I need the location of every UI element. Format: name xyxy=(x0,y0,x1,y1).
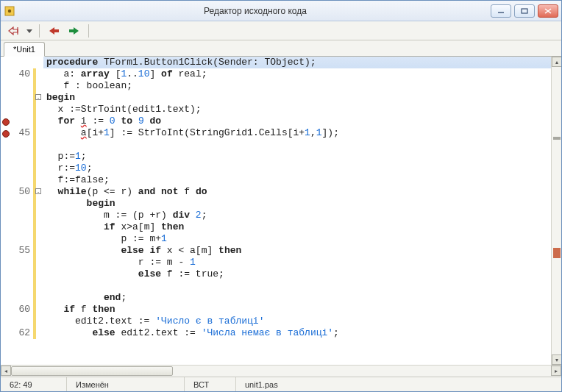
code-line[interactable]: if x>a[m] then xyxy=(43,221,551,233)
code-line[interactable]: f : boolean; xyxy=(43,80,551,92)
forward-button[interactable] xyxy=(66,24,82,38)
status-cursor-pos: 62: 49 xyxy=(1,377,67,391)
tab-bar: *Unit1 xyxy=(1,40,561,57)
code-line[interactable]: a: array [1..10] of real; xyxy=(43,68,551,80)
gutter-line[interactable] xyxy=(1,104,33,115)
code-line[interactable] xyxy=(43,280,551,292)
overview-ruler[interactable]: ▴ ▾ xyxy=(551,57,561,365)
toolbar-separator xyxy=(88,24,89,38)
svg-point-1 xyxy=(8,9,11,12)
toolbar xyxy=(1,21,561,40)
fold-toggle[interactable]: - xyxy=(35,188,41,194)
gutter-line[interactable]: 45 xyxy=(1,127,33,139)
back-button[interactable] xyxy=(46,24,62,38)
scroll-right-button[interactable]: ▸ xyxy=(551,366,561,376)
gutter-line[interactable] xyxy=(1,163,33,174)
code-line[interactable]: for i := 0 to 9 do xyxy=(43,115,551,127)
code-line[interactable]: x :=StrToint(edit1.text); xyxy=(43,104,551,115)
gutter-line[interactable] xyxy=(1,139,33,151)
titlebar: Редактор исходного кода xyxy=(1,1,561,21)
gutter-line[interactable] xyxy=(1,233,33,245)
code-line[interactable]: p := m+1 xyxy=(43,233,551,245)
gutter-line[interactable]: 50 xyxy=(1,186,33,198)
ruler-mark xyxy=(553,137,561,140)
line-number-gutter: 404550556062 xyxy=(1,57,33,365)
gutter-line[interactable] xyxy=(1,268,33,280)
scrollbar-thumb[interactable] xyxy=(11,366,173,376)
code-line[interactable]: r:=10; xyxy=(43,163,551,174)
code-line[interactable]: if f then xyxy=(43,304,551,316)
code-line[interactable]: edit2.text := 'Число є в таблиці' xyxy=(43,316,551,327)
scroll-down-button[interactable]: ▾ xyxy=(552,354,562,365)
gutter-line[interactable] xyxy=(1,257,33,268)
close-button[interactable] xyxy=(538,4,558,18)
gutter-line[interactable] xyxy=(1,210,33,221)
code-line[interactable]: procedure TForm1.Button1Click(Sender: TO… xyxy=(43,57,551,68)
svg-marker-10 xyxy=(69,27,79,35)
code-line[interactable]: r := m - 1 xyxy=(43,257,551,268)
gutter-line[interactable] xyxy=(1,280,33,292)
code-line[interactable]: begin xyxy=(43,198,551,210)
gutter-line[interactable]: 40 xyxy=(1,68,33,80)
editor-area: 404550556062 -- procedure TForm1.Button1… xyxy=(1,57,561,365)
code-line[interactable]: begin xyxy=(43,92,551,104)
horizontal-scrollbar[interactable]: ◂ ▸ xyxy=(1,365,561,377)
dropdown-arrow[interactable] xyxy=(26,24,33,38)
gutter-line[interactable] xyxy=(1,292,33,304)
maximize-button[interactable] xyxy=(514,4,535,18)
status-bar: 62: 49 Изменён ВСТ unit1.pas xyxy=(1,377,561,391)
gutter-line[interactable]: 62 xyxy=(1,327,33,339)
app-icon xyxy=(4,5,15,17)
fold-bar: -- xyxy=(33,57,43,365)
minimize-button[interactable] xyxy=(491,4,511,18)
status-insert-mode: ВСТ xyxy=(185,377,236,391)
toolbar-separator xyxy=(39,24,40,38)
gutter-line[interactable]: 60 xyxy=(1,304,33,316)
code-line[interactable]: end; xyxy=(43,292,551,304)
gutter-line[interactable]: 55 xyxy=(1,245,33,257)
window-title: Редактор исходного кода xyxy=(20,6,491,16)
code-line[interactable]: else if x < a[m] then xyxy=(43,245,551,257)
gutter-line[interactable] xyxy=(1,198,33,210)
gutter-line[interactable] xyxy=(1,57,33,68)
gutter-line[interactable] xyxy=(1,316,33,327)
status-state: Изменён xyxy=(67,377,185,391)
gutter-line[interactable] xyxy=(1,221,33,233)
gutter-line[interactable] xyxy=(1,80,33,92)
code-viewport[interactable]: procedure TForm1.Button1Click(Sender: TO… xyxy=(43,57,551,365)
code-line[interactable]: while(p <= r) and not f do xyxy=(43,186,551,198)
gutter-line[interactable] xyxy=(1,151,33,163)
status-filename: unit1.pas xyxy=(236,377,561,391)
code-line[interactable] xyxy=(43,139,551,151)
fold-toggle[interactable]: - xyxy=(35,94,41,100)
code-line[interactable]: f:=false; xyxy=(43,174,551,186)
svg-marker-6 xyxy=(9,27,18,35)
gutter-line[interactable] xyxy=(1,174,33,186)
svg-marker-8 xyxy=(26,29,32,33)
code-line[interactable]: p:=1; xyxy=(43,151,551,163)
gutter-line[interactable] xyxy=(1,115,33,127)
code-line[interactable]: a[i+1] := StrToInt(StringGrid1.Cells[i+1… xyxy=(43,127,551,139)
code-line[interactable]: m := (p +r) div 2; xyxy=(43,210,551,221)
svg-marker-9 xyxy=(49,27,59,35)
scroll-up-button[interactable]: ▴ xyxy=(552,57,562,67)
tab-unit1[interactable]: *Unit1 xyxy=(4,42,45,57)
scroll-left-button[interactable]: ◂ xyxy=(1,366,11,376)
jump-button[interactable] xyxy=(5,24,21,38)
code-line[interactable]: else edit2.text := 'Числа немає в таблиц… xyxy=(43,327,551,339)
svg-rect-3 xyxy=(522,9,527,13)
gutter-line[interactable] xyxy=(1,92,33,104)
ruler-mark-error xyxy=(553,248,561,258)
code-line[interactable]: else f := true; xyxy=(43,268,551,280)
